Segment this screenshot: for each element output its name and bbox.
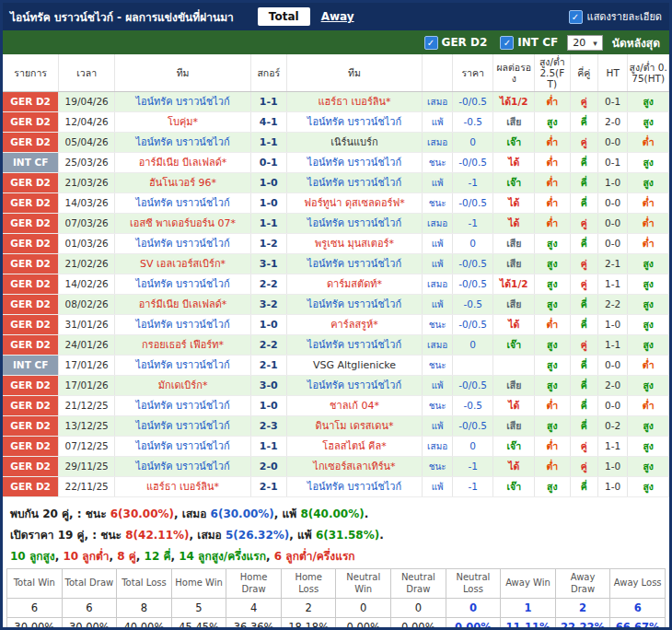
team1-link[interactable]: ไอน์ทรัค บราวน์ชไวก์	[135, 136, 229, 148]
team1-link[interactable]: ไอน์ทรัค บราวน์ชไวก์	[135, 278, 229, 290]
team1-link[interactable]: ไอน์ทรัค บราวน์ชไวก์	[135, 400, 229, 412]
team2-link[interactable]: ชาลเก้ 04*	[330, 400, 379, 412]
team1-link[interactable]: แฮร์ธา เบอร์ลิน*	[146, 481, 219, 493]
full-time-score: 1-1	[251, 133, 287, 153]
league-badge: GER D2	[3, 437, 59, 457]
checkbox-checked-icon[interactable]	[500, 36, 514, 50]
over-under-ht: สูง	[628, 416, 669, 437]
team2-link[interactable]: ไอน์ทรัค บราวน์ชไวก์	[307, 298, 401, 310]
team1-link[interactable]: SV เอลเวอร์สเบิร์ก*	[140, 258, 226, 270]
team2-link[interactable]: ไอน์ทรัค บราวน์ชไวก์	[307, 116, 401, 128]
table-row: GER D2 05/04/26 ไอน์ทรัค บราวน์ชไวก์ 1-1…	[3, 133, 669, 153]
team2-link[interactable]: ไอน์ทรัค บราวน์ชไวก์	[307, 379, 401, 391]
handicap-odds: -0.5	[452, 112, 493, 133]
match-count-select[interactable]: 20	[567, 35, 603, 51]
team1-link[interactable]: ไอน์ทรัค บราวน์ชไวก์	[135, 461, 229, 472]
match-date: 08/02/26	[59, 295, 115, 315]
match-date: 14/02/26	[59, 274, 115, 295]
half-time-score: 0-0	[597, 356, 627, 376]
stats-percent-cell: 18.18%	[281, 618, 336, 630]
over-under-ht: สูง	[628, 92, 669, 112]
table-row: GER D2 01/03/26 ไอน์ทรัค บราวน์ชไวก์ 1-2…	[3, 234, 669, 254]
col-header-score: สกอร์	[251, 54, 287, 92]
team1-link[interactable]: อาร์มีเนีย บีเลเฟลด์*	[139, 298, 227, 310]
match-history-table: รายการ เวลา ทีม สกอร์ ทีม ราคา ผลต่อรอง …	[3, 54, 669, 497]
result-label: ชนะ	[423, 153, 452, 173]
stats-count-cell: 4	[226, 599, 282, 618]
over-under-ft: สูง	[535, 112, 571, 133]
odd-even: คี่	[570, 477, 597, 497]
team1-cell: ไอน์ทรัค บราวน์ชไวก์	[115, 356, 251, 376]
handicap-odds: -0/0.5	[452, 254, 493, 274]
result-label: แพ้	[423, 173, 452, 193]
half-time-score: 0-0	[597, 193, 627, 214]
full-time-score: 1-0	[251, 193, 287, 214]
team2-link[interactable]: ไอน์ทรัค บราวน์ชไวก์	[307, 157, 401, 169]
team2-link[interactable]: ไอน์ทรัค บราวน์ชไวก์	[307, 339, 401, 351]
table-row: GER D2 12/04/26 โบคุ่ม* 4-1 ไอน์ทรัค บรา…	[3, 112, 669, 133]
summary-segment: ,	[136, 550, 145, 563]
team2-link[interactable]: ดินาโม เดรสเดน*	[316, 420, 394, 432]
team1-link[interactable]: มักเดเบิร์ก*	[158, 379, 208, 391]
checkbox-checked-icon[interactable]	[569, 10, 583, 24]
team2-link[interactable]: VSG Altglienicke	[313, 359, 396, 371]
team2-link[interactable]: คาร์ลสรูห์*	[330, 319, 378, 331]
team2-link[interactable]: ไอน์ทรัค บราวน์ชไวก์	[307, 258, 401, 270]
team1-link[interactable]: ไอน์ทรัค บราวน์ชไวก์	[135, 197, 229, 209]
team2-link[interactable]: ไอน์ทรัค บราวน์ชไวก์	[307, 217, 401, 229]
over-under-ht: ต่ำ	[628, 234, 669, 254]
match-date: 19/04/26	[59, 92, 115, 112]
result-label: ชนะ	[423, 315, 452, 335]
summary-segment: เปิดราคา 19 คู่, : ชนะ	[10, 529, 125, 542]
over-under-ft: ต่ำ	[535, 153, 571, 173]
stats-header-cell: Total Loss	[117, 569, 172, 599]
league-filter-toggle[interactable]: INT CF	[500, 36, 558, 50]
team1-link[interactable]: โบคุ่ม*	[168, 116, 198, 128]
table-row: GER D2 14/03/26 ไอน์ทรัค บราวน์ชไวก์ 1-0…	[3, 193, 669, 214]
team2-link[interactable]: ฟอร์ทูน่า ดุสเซลดอร์ฟ*	[304, 197, 405, 209]
col-header-odds: ราคา	[452, 54, 493, 92]
handicap-odds: -1	[452, 173, 493, 193]
team1-link[interactable]: กรอยเธอร์ เฟือร์ท*	[142, 339, 224, 351]
team2-link[interactable]: แฮร์ธา เบอร์ลิน*	[318, 96, 390, 108]
team2-link[interactable]: ไอน์ทรัค บราวน์ชไวก์	[307, 177, 401, 189]
tab-away[interactable]: Away	[321, 10, 354, 23]
team2-link[interactable]: ไอน์ทรัค บราวน์ชไวก์	[307, 481, 401, 493]
table-row: GER D2 13/12/25 ไอน์ทรัค บราวน์ชไวก์ 2-3…	[3, 416, 669, 437]
team1-link[interactable]: ไอน์ทรัค บราวน์ชไวก์	[135, 238, 229, 250]
half-time-score: 2-1	[597, 254, 627, 274]
stats-count-cell: 0	[336, 599, 391, 618]
odd-even: คี่	[570, 315, 597, 335]
match-date: 29/11/25	[59, 457, 115, 477]
summary-segment: 6(30.00%)	[110, 508, 174, 520]
result-label: เสมอ	[423, 133, 452, 153]
match-date: 12/04/26	[59, 112, 115, 133]
summary-segment: ,	[170, 550, 179, 563]
team2-link[interactable]: ไกเซอร์สเลาเทิร์น*	[313, 461, 395, 472]
team1-link[interactable]: เอสซี พาเดอร์บอร์น 07*	[130, 217, 236, 229]
over-under-ht: สูง	[628, 477, 669, 497]
team1-link[interactable]: ฮันโนเวอร์ 96*	[149, 177, 216, 189]
stats-percent-cell: 45.45%	[171, 618, 226, 630]
team2-cell: แฮร์ธา เบอร์ลิน*	[286, 92, 423, 112]
league-badge: GER D2	[3, 457, 59, 477]
team2-link[interactable]: พรูเซน มุนสเตอร์*	[315, 238, 394, 250]
team2-link[interactable]: ดาร์มสตัดท์*	[327, 278, 382, 290]
show-details-toggle[interactable]: แสดงรายละเอียด	[569, 8, 662, 25]
league-badge: INT CF	[3, 356, 59, 376]
checkbox-checked-icon[interactable]	[424, 36, 438, 50]
team2-link[interactable]: เนิร์นแบร์ก	[330, 136, 377, 148]
team1-link[interactable]: ไอน์ทรัค บราวน์ชไวก์	[135, 359, 229, 371]
team1-link[interactable]: ไอน์ทรัค บราวน์ชไวก์	[135, 440, 229, 452]
over-under-ht: สูง	[628, 437, 669, 457]
handicap-result: เสีย	[493, 112, 535, 133]
half-time-score: 1-0	[597, 315, 627, 335]
team2-link[interactable]: โฮลสไตน์ คีล*	[322, 440, 386, 452]
table-row: GER D2 19/04/26 ไอน์ทรัค บราวน์ชไวก์ 1-1…	[3, 92, 669, 112]
team1-link[interactable]: อาร์มีเนีย บีเลเฟลด์*	[139, 157, 227, 169]
tab-total[interactable]: Total	[258, 7, 310, 26]
team1-link[interactable]: ไอน์ทรัค บราวน์ชไวก์	[135, 96, 229, 108]
team1-link[interactable]: ไอน์ทรัค บราวน์ชไวก์	[135, 420, 229, 432]
league-filter-toggle[interactable]: GER D2	[424, 36, 488, 50]
team1-link[interactable]: ไอน์ทรัค บราวน์ชไวก์	[135, 319, 229, 331]
